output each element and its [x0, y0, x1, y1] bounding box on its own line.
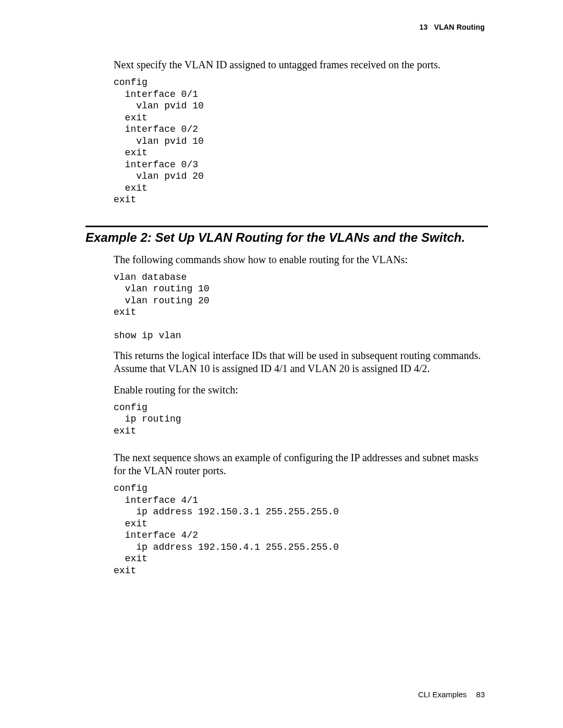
page-number: 83 — [476, 690, 485, 699]
chapter-title: VLAN Routing — [434, 23, 485, 31]
content-area: Next specify the VLAN ID assigned to unt… — [114, 58, 488, 584]
section-heading-example2: Example 2: Set Up VLAN Routing for the V… — [85, 230, 488, 245]
footer-section: CLI Examples — [418, 690, 467, 699]
code-block-vlan-db: vlan database vlan routing 10 vlan routi… — [114, 272, 488, 342]
running-header: 13 VLAN Routing — [419, 23, 485, 31]
chapter-number: 13 — [419, 23, 427, 31]
paragraph-enable-routing: The following commands show how to enabl… — [114, 253, 488, 266]
code-block-ip-address: config interface 4/1 ip address 192.150.… — [114, 483, 488, 576]
code-block-pvid: config interface 0/1 vlan pvid 10 exit i… — [114, 77, 488, 206]
page-footer: CLI Examples83 — [418, 690, 485, 699]
paragraph-enable-switch: Enable routing for the switch: — [114, 384, 488, 397]
page: 13 VLAN Routing Next specify the VLAN ID… — [0, 0, 563, 728]
paragraph-ip-addresses: The next sequence shows an example of co… — [114, 451, 488, 477]
paragraph-intro: Next specify the VLAN ID assigned to unt… — [114, 58, 488, 71]
section-rule — [85, 226, 488, 227]
paragraph-logical-ids: This returns the logical interface IDs t… — [114, 349, 488, 375]
code-block-ip-routing: config ip routing exit — [114, 402, 488, 437]
